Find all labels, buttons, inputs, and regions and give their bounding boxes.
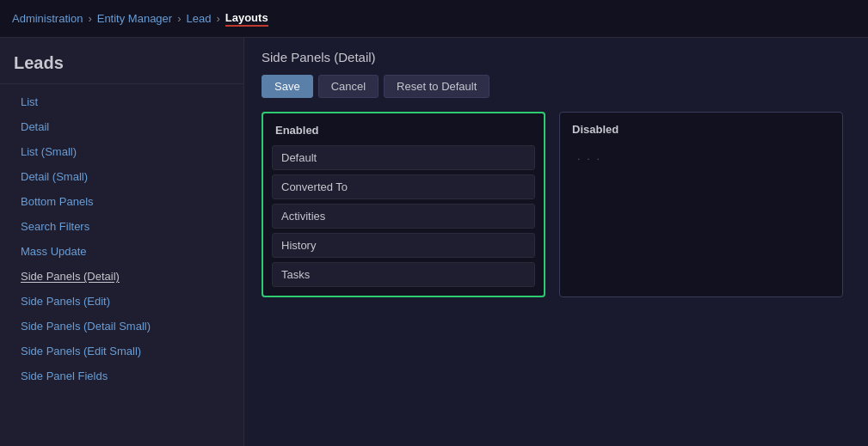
disabled-panel: Disabled . . . [559,112,843,297]
panel-item-activities[interactable]: Activities [272,204,535,229]
panel-item-history[interactable]: History [272,233,535,258]
breadcrumb-sep-1: › [88,12,91,25]
main-layout: Leads List Detail List (Small) Detail (S… [0,38,868,446]
breadcrumb-current: Layouts [225,11,268,27]
disabled-panel-header: Disabled [569,121,834,137]
sidebar-title: Leads [0,46,243,84]
panel-item-tasks[interactable]: Tasks [272,262,535,287]
sidebar-item-list[interactable]: List [0,89,243,114]
cancel-button[interactable]: Cancel [318,75,379,98]
breadcrumb-layouts: Layouts [225,11,268,27]
disabled-panel-placeholder: . . . [569,144,834,168]
breadcrumb-administration[interactable]: Administration [12,12,83,25]
content-area: Side Panels (Detail) Save Cancel Reset t… [244,38,868,446]
sidebar-item-detail-small[interactable]: Detail (Small) [0,164,243,189]
toolbar: Save Cancel Reset to Default [262,75,851,98]
breadcrumb-sep-2: › [177,12,181,25]
sidebar-item-mass-update[interactable]: Mass Update [0,239,243,264]
sidebar-item-list-small[interactable]: List (Small) [0,139,243,164]
enabled-panel-header: Enabled [272,122,535,138]
sidebar-item-side-panels-detail[interactable]: Side Panels (Detail) [0,264,243,289]
breadcrumb-lead[interactable]: Lead [187,12,212,25]
sidebar-item-detail[interactable]: Detail [0,114,243,139]
sidebar-item-side-panels-edit-small[interactable]: Side Panels (Edit Small) [0,339,243,364]
page-title: Side Panels (Detail) [262,50,851,64]
sidebar: Leads List Detail List (Small) Detail (S… [0,38,244,446]
breadcrumb: Administration › Entity Manager › Lead ›… [12,11,268,27]
top-bar: Administration › Entity Manager › Lead ›… [0,0,868,38]
sidebar-item-side-panels-detail-small[interactable]: Side Panels (Detail Small) [0,314,243,339]
enabled-panel: Enabled Default Converted To Activities … [262,112,545,297]
sidebar-item-bottom-panels[interactable]: Bottom Panels [0,189,243,214]
sidebar-item-side-panels-edit[interactable]: Side Panels (Edit) [0,289,243,314]
save-button[interactable]: Save [262,75,313,98]
reset-to-default-button[interactable]: Reset to Default [384,75,489,98]
breadcrumb-entity-manager[interactable]: Entity Manager [97,12,172,25]
sidebar-item-search-filters[interactable]: Search Filters [0,214,243,239]
panel-item-converted-to[interactable]: Converted To [272,174,535,199]
breadcrumb-sep-3: › [216,12,219,25]
panels-container: Enabled Default Converted To Activities … [262,112,851,297]
panel-item-default[interactable]: Default [272,145,535,170]
sidebar-item-side-panel-fields[interactable]: Side Panel Fields [0,364,243,388]
